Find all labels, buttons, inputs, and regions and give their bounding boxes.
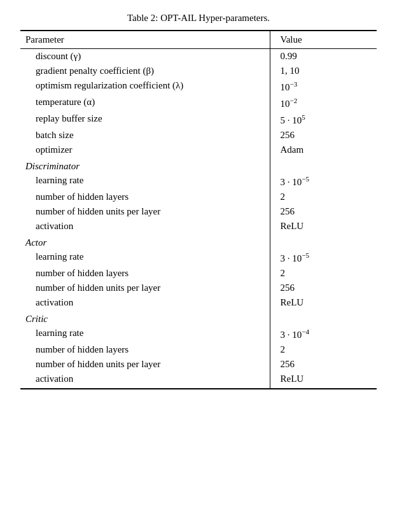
table-row: activationReLU — [20, 295, 377, 310]
value-replay-buffer: 5 · 105 — [270, 111, 377, 128]
table-row: number of hidden layers2 — [20, 190, 377, 204]
value-actor-hidden-units: 256 — [270, 281, 377, 295]
value-disc-lr: 3 · 10−5 — [270, 173, 377, 190]
value-disc-hidden-units: 256 — [270, 204, 377, 219]
table-row: number of hidden layers2 — [20, 266, 377, 281]
table-row: learning rate3 · 10−4 — [20, 326, 377, 342]
value-actor-lr: 3 · 10−5 — [270, 249, 377, 266]
table-row: Critic — [20, 310, 377, 326]
table-row: activationReLU — [20, 372, 377, 389]
param-critic-header: Critic — [20, 310, 270, 326]
value-header: Value — [270, 31, 377, 49]
value-actor-hidden-layers: 2 — [270, 266, 377, 281]
param-actor-lr: learning rate — [20, 249, 270, 266]
param-disc-hidden-layers: number of hidden layers — [20, 190, 270, 204]
param-actor-hidden-layers: number of hidden layers — [20, 266, 270, 281]
table-row: discount (γ)0.99 — [20, 49, 377, 64]
table-container: Table 2: OPT-AIL Hyper-parameters. Param… — [20, 13, 377, 389]
param-critic-hidden-layers: number of hidden layers — [20, 342, 270, 357]
table-row: number of hidden units per layer256 — [20, 204, 377, 219]
param-critic-activation: activation — [20, 372, 270, 389]
param-optimizer: optimizer — [20, 143, 270, 157]
value-discount: 0.99 — [270, 49, 377, 64]
value-disc-hidden-layers: 2 — [270, 190, 377, 204]
param-temperature: temperature (α) — [20, 95, 270, 111]
table-row: activationReLU — [20, 219, 377, 234]
value-critic-header — [270, 310, 377, 326]
param-gradient-penalty: gradient penalty coefficient (β) — [20, 64, 270, 78]
value-batch-size: 256 — [270, 128, 377, 143]
table-row: batch size256 — [20, 128, 377, 143]
param-replay-buffer: replay buffer size — [20, 111, 270, 128]
param-batch-size: batch size — [20, 128, 270, 143]
value-critic-hidden-units: 256 — [270, 357, 377, 372]
value-actor-activation: ReLU — [270, 295, 377, 310]
value-discriminator-header — [270, 157, 377, 173]
table-row: optimizerAdam — [20, 143, 377, 157]
value-disc-activation: ReLU — [270, 219, 377, 234]
value-gradient-penalty: 1, 10 — [270, 64, 377, 78]
param-actor-activation: activation — [20, 295, 270, 310]
table-row: learning rate3 · 10−5 — [20, 173, 377, 190]
param-discriminator-header: Discriminator — [20, 157, 270, 173]
value-actor-header — [270, 234, 377, 249]
param-disc-hidden-units: number of hidden units per layer — [20, 204, 270, 219]
param-actor-header: Actor — [20, 234, 270, 249]
table-row: Discriminator — [20, 157, 377, 173]
param-critic-lr: learning rate — [20, 326, 270, 342]
table-row: Actor — [20, 234, 377, 249]
value-optimizer: Adam — [270, 143, 377, 157]
table-row: temperature (α)10−2 — [20, 95, 377, 111]
param-actor-hidden-units: number of hidden units per layer — [20, 281, 270, 295]
value-critic-hidden-layers: 2 — [270, 342, 377, 357]
parameter-header: Parameter — [20, 31, 270, 49]
table-row: number of hidden units per layer256 — [20, 357, 377, 372]
value-critic-lr: 3 · 10−4 — [270, 326, 377, 342]
table-row: number of hidden layers2 — [20, 342, 377, 357]
hyperparameters-table: Parameter Value discount (γ)0.99gradient… — [20, 30, 377, 389]
table-row: gradient penalty coefficient (β)1, 10 — [20, 64, 377, 78]
param-discount: discount (γ) — [20, 49, 270, 64]
param-disc-lr: learning rate — [20, 173, 270, 190]
table-row: optimism regularization coefficient (λ)1… — [20, 78, 377, 95]
table-row: learning rate3 · 10−5 — [20, 249, 377, 266]
param-optimism-reg: optimism regularization coefficient (λ) — [20, 78, 270, 95]
value-critic-activation: ReLU — [270, 372, 377, 389]
table-row: number of hidden units per layer256 — [20, 281, 377, 295]
param-critic-hidden-units: number of hidden units per layer — [20, 357, 270, 372]
value-optimism-reg: 10−3 — [270, 78, 377, 95]
value-temperature: 10−2 — [270, 95, 377, 111]
param-disc-activation: activation — [20, 219, 270, 234]
table-row: replay buffer size5 · 105 — [20, 111, 377, 128]
table-caption: Table 2: OPT-AIL Hyper-parameters. — [20, 13, 377, 24]
